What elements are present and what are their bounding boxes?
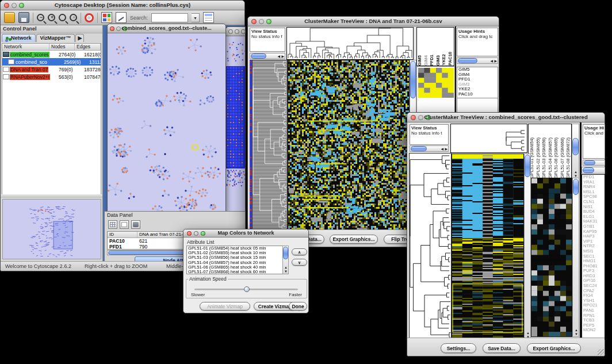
treeview1-title: ClusterMaker TreeView : DNA and Tran 07-… (248, 18, 499, 24)
column-dendrogram-canvas[interactable] (287, 28, 413, 59)
panel-splitter[interactable] (1, 194, 102, 198)
column-dendrogram-panel[interactable] (286, 27, 414, 60)
tab-vizmapper[interactable]: VizMapper™ (36, 34, 75, 42)
status-hint-zoom: Right-click + drag to ZOOM (85, 263, 147, 269)
dense-network-canvas[interactable] (226, 36, 245, 211)
zoom-selected-icon[interactable] (59, 14, 66, 21)
tv1-column-labels: GIM5GIM4PFD1GIM3YKE2PAC10 (416, 27, 454, 66)
move-up-button[interactable]: ∧ (292, 248, 307, 255)
tv1-gene-list: GIM5GIM4PFD1GIM3YKE2PAC10 (457, 67, 498, 98)
global-heatmap-vscrollbar[interactable]: ▲▼ (572, 178, 579, 337)
attribute-list-vscrollbar[interactable]: ▲▼ (282, 246, 289, 274)
gene-list-hscrollbar[interactable] (582, 167, 605, 174)
view-status-hscrollbar[interactable]: ◀▶ (250, 53, 285, 59)
move-down-button[interactable]: ∨ (292, 259, 307, 266)
network-table-row[interactable]: RNAPuberNov2+I 563(0) 107847(0) (2, 73, 101, 81)
column-label: PFD1 (429, 55, 435, 66)
column-label: GPL51-07 (GSM868) (560, 137, 566, 178)
new-attribute-icon[interactable] (120, 220, 129, 229)
network-view-title: combined_scores_good.txt--cluste... (108, 25, 225, 31)
network-graph-canvas[interactable] (108, 33, 225, 213)
save-icon[interactable] (18, 12, 29, 23)
slower-label: Slower (191, 292, 205, 297)
open-folder-icon[interactable] (4, 12, 15, 23)
heatmap-panel[interactable] (452, 154, 524, 340)
zoom-out-icon[interactable]: − (37, 14, 44, 21)
heatmap-vscrollbar[interactable]: ▲▼ (524, 154, 531, 340)
usage-hints-hscrollbar[interactable]: ◀▶ (457, 58, 498, 64)
annotation-icon[interactable] (116, 12, 127, 23)
row-dendrogram-canvas[interactable] (253, 60, 287, 230)
birdseye-overview-canvas[interactable] (2, 199, 101, 259)
view-status-hscrollbar[interactable]: ◀▶ (410, 145, 449, 152)
animate-vizmap-button: Animate Vizmap (200, 302, 250, 311)
tab-overflow-arrow[interactable]: ▶ (75, 34, 84, 42)
done-button[interactable]: Done (289, 302, 307, 311)
treeview2-titlebar[interactable]: ClusterMaker TreeView : combined_scores_… (407, 113, 605, 122)
column-label: GIM5 (417, 55, 423, 66)
search-input[interactable] (151, 13, 188, 22)
animation-speed-label: Animation Speed (188, 276, 228, 282)
combined-heatmap-canvas[interactable] (452, 154, 523, 339)
data-panel-title: Data Panel (105, 212, 245, 219)
zoom-in-icon[interactable]: + (48, 14, 55, 21)
network-table: Network Nodes Edges combined_scores 2764… (2, 43, 101, 198)
usage-hints-hscrollbar[interactable] (583, 160, 605, 166)
vizmapper-icon[interactable] (101, 12, 112, 23)
attribute-list-item[interactable]: GPL51-07 (GSM868) heat shock 60 min (188, 270, 288, 274)
treeview1-titlebar[interactable]: ClusterMaker TreeView : DNA and Tran 07-… (248, 17, 499, 26)
network-view-window: combined_scores_good.txt--cluste... (107, 24, 226, 213)
help-lifesaver-icon[interactable] (85, 13, 94, 22)
attribute-browser-icon[interactable] (203, 12, 214, 23)
gene-label[interactable]: PAC10 (458, 92, 498, 97)
delete-attribute-icon[interactable] (131, 220, 140, 229)
dialog-titlebar[interactable]: Map Colors to Network (183, 229, 308, 237)
treeview-combined-window: ClusterMaker TreeView : combined_scores_… (407, 112, 605, 357)
column-dendrogram-panel[interactable] (450, 124, 527, 153)
export-graphics-button[interactable]: Export Graphics... (527, 343, 581, 353)
control-panel-tabs: Network VizMapper™ ▶ (1, 33, 102, 42)
column-dendrogram-canvas[interactable] (451, 124, 527, 152)
settings-button[interactable]: Settings... (441, 343, 476, 353)
row-dendrogram-panel[interactable] (409, 153, 452, 340)
network-table-row[interactable]: combined_scores 2764(0) 16218(0) (2, 51, 101, 58)
control-panel: Control Panel Network VizMapper™ ▶ Netwo… (1, 25, 103, 261)
row-dendrogram-panel[interactable] (252, 60, 288, 231)
attribute-list-label: Attribute List (187, 239, 214, 245)
network-frame-dense[interactable] (225, 26, 246, 212)
network-table-row[interactable]: DNA and Tran 07 769(0) 183728(0) (2, 66, 101, 73)
tv2-gene-list: PFD1YRA1RNR4MSL1SPC98CLN1NIS1BUD4ELG1MAK… (582, 174, 605, 340)
global-heatmap-canvas[interactable] (531, 178, 572, 336)
animation-speed-slider[interactable] (194, 289, 298, 290)
resize-grip[interactable] (598, 349, 604, 355)
network-table-row[interactable]: combined_sco 2569(6) 13112(15) (2, 58, 101, 66)
global-heatmap-panel[interactable] (531, 178, 572, 337)
zoom-fit-icon[interactable]: ▫ (70, 14, 77, 21)
dna-heatmap-canvas[interactable] (288, 60, 409, 230)
search-dropdown-arrow[interactable]: ▼ (192, 13, 200, 22)
close-button[interactable] (228, 29, 233, 34)
tab-network[interactable]: Network (2, 34, 36, 42)
network-file-icon (3, 67, 9, 72)
gene-label[interactable]: MON2 (583, 328, 605, 333)
usage-hints-box: Usage HintsClick and drag tc (457, 28, 498, 56)
minimize-button[interactable] (235, 29, 239, 34)
column-label: GPL51-04 (GSM857) (548, 137, 554, 178)
similarity-matrix-canvas[interactable] (418, 68, 454, 98)
status-hint-middle: Middle- (166, 263, 183, 269)
row-dendrogram-canvas[interactable] (410, 154, 451, 339)
table-mode-icon[interactable] (108, 220, 117, 229)
network-file-icon (3, 52, 9, 57)
save-data-button[interactable]: Save Data... (483, 343, 521, 353)
heatmap-panel[interactable] (288, 60, 410, 231)
main-titlebar[interactable]: Cytoscape Desktop (Session Name: collins… (1, 1, 244, 10)
export-graphics-button[interactable]: Export Graphics... (330, 235, 378, 244)
column-label: GPL51-03 (GSM856) (541, 137, 548, 178)
network-glyph-icon (6, 37, 9, 40)
slider-thumb[interactable] (244, 286, 250, 292)
column-labels-vscrollbar[interactable]: ▲▼ (572, 124, 579, 179)
network-view-titlebar[interactable]: combined_scores_good.txt--cluste... (108, 24, 225, 33)
search-label: Search: (130, 15, 148, 21)
zoom-button[interactable] (241, 29, 246, 34)
network-table-header[interactable]: Network Nodes Edges (2, 44, 101, 51)
